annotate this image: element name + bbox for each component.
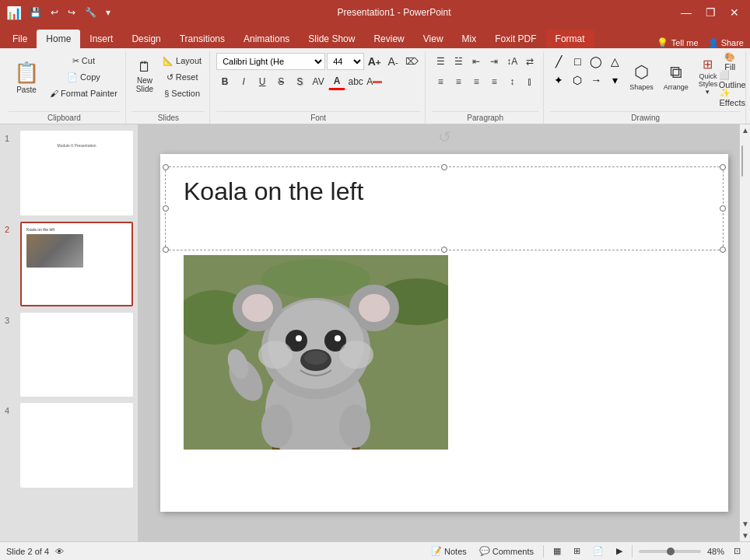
indent-increase-button[interactable]: ⇥ [485,53,503,70]
restore-button[interactable]: ❐ [701,5,720,20]
shapes-button[interactable]: ⬡ Shapes [626,53,657,100]
numbering-button[interactable]: ☱ [450,53,467,70]
handle-ml[interactable] [163,205,169,212]
tab-view[interactable]: View [414,30,453,48]
font-size-select[interactable]: 44 [327,53,364,70]
strikethrough-button[interactable]: S [272,73,289,90]
tab-file[interactable]: File [3,30,37,48]
view-reading-button[interactable]: 📄 [590,545,607,557]
save-button[interactable]: 💾 [28,7,43,18]
koala-image[interactable] [184,255,448,450]
tab-mix[interactable]: Mix [453,30,486,48]
slide-item-4[interactable]: 4 [5,403,133,488]
handle-tm[interactable] [441,164,447,170]
shape-5[interactable]: ✦ [550,72,567,89]
tab-animations[interactable]: Animations [234,30,299,48]
handle-mr[interactable] [720,205,726,212]
tab-design[interactable]: Design [122,30,170,48]
section-button[interactable]: § Section [159,86,205,101]
text-color-button[interactable]: A [366,73,383,90]
clear-format-button[interactable]: ⌦ [403,53,420,70]
view-normal-button[interactable]: ▦ [550,545,564,557]
direction-button[interactable]: ↕A [503,53,520,70]
layout-button[interactable]: 📐 Layout [159,53,205,68]
bullets-button[interactable]: ☰ [432,53,449,70]
shape-3[interactable]: ◯ [587,53,605,70]
shape-7[interactable]: → [587,72,605,89]
fit-button[interactable]: ⊡ [731,545,744,557]
handle-tr[interactable] [720,164,726,170]
new-slide-button[interactable]: 🗒 NewSlide [132,53,157,100]
handle-tl[interactable] [163,164,169,170]
dropdown-button[interactable]: ▾ [104,7,112,18]
increase-size-button[interactable]: A+ [366,53,383,70]
shape-effects-button[interactable]: ✨ Effects [724,89,741,106]
shadow-button[interactable]: S [291,73,308,90]
shape-6[interactable]: ⬡ [569,72,586,89]
char-spacing-button[interactable]: AV [310,73,327,90]
zoom-slider[interactable] [639,550,701,553]
shape-outline-button[interactable]: ⬜ Outline [724,71,741,88]
comments-button[interactable]: 💬 Comments [476,545,537,557]
shape-fill-button[interactable]: 🎨 Fill [724,53,741,70]
format-painter-button[interactable]: 🖌 Format Painter [47,86,121,101]
tab-slideshow[interactable]: Slide Show [299,30,364,48]
notes-button[interactable]: 📝 Notes [428,545,470,557]
shape-4[interactable]: △ [606,53,623,70]
arrange-button[interactable]: ⧉ Arrange [660,53,692,100]
bold-button[interactable]: B [216,73,233,90]
minimize-button[interactable]: — [676,5,696,20]
italic-button[interactable]: I [235,73,252,90]
scroll-thumb[interactable] [741,145,743,177]
shape-more[interactable]: ▾ [606,72,623,89]
scroll-down-2[interactable]: ▼ [740,530,750,541]
slide-item-3[interactable]: 3 [5,313,133,397]
underline-button[interactable]: U [254,73,271,90]
tell-me-button[interactable]: Tell me [671,38,699,47]
share-button[interactable]: 👤 Share [708,38,744,48]
shape-2[interactable]: □ [569,53,586,70]
tab-review[interactable]: Review [364,30,413,48]
slide-thumb-4[interactable] [20,403,133,488]
scroll-down-1[interactable]: ▼ [740,518,750,530]
quick-styles-button[interactable]: ⊞ QuickStyles ▾ [695,53,722,100]
paste-button[interactable]: 📋 Paste [8,53,45,101]
zoom-thumb[interactable] [667,548,675,555]
line-spacing-button[interactable]: ↕ [503,73,520,90]
redo-button[interactable]: ↪ [66,7,77,18]
scroll-up[interactable]: ▲ [740,124,750,136]
text-highlight-button[interactable]: abc [347,73,364,90]
view-slide-sorter-button[interactable]: ⊞ [570,545,584,557]
decrease-size-button[interactable]: A- [384,53,401,70]
tab-format[interactable]: Format [546,30,594,48]
tab-transitions[interactable]: Transitions [170,30,234,48]
handle-bm[interactable] [441,247,447,253]
vertical-scrollbar[interactable]: ▲ ▼ ▼ [739,124,750,541]
close-button[interactable]: ✕ [725,5,744,20]
slide-show-button[interactable]: ▶ [613,545,626,557]
customize-button[interactable]: 🔧 [83,7,98,18]
font-color-button[interactable]: A [328,73,345,90]
slide-title[interactable]: Koala on the left [184,177,363,206]
slide-thumb-2[interactable]: Koala on the left [20,222,133,306]
reset-button[interactable]: ↺ Reset [159,69,205,85]
slide-thumb-3[interactable] [20,313,133,397]
shape-1[interactable]: ╱ [550,53,567,70]
tab-insert[interactable]: Insert [80,30,122,48]
tab-home[interactable]: Home [37,30,80,48]
slide-canvas[interactable]: Koala on the left [160,154,728,512]
tab-foxit[interactable]: Foxit PDF [485,30,545,48]
canvas-area[interactable]: ↺ Koala on the left [138,124,750,541]
font-family-select[interactable]: Calibri Light (He [216,53,325,70]
copy-button[interactable]: 📄 Copy [47,69,121,85]
justify-button[interactable]: ≡ [485,73,503,90]
undo-button[interactable]: ↩ [49,7,60,18]
handle-br[interactable] [720,247,726,253]
align-center-button[interactable]: ≡ [450,73,467,90]
slide-thumb-1[interactable]: Module 6 Presentation [20,131,133,215]
align-left-button[interactable]: ≡ [432,73,449,90]
indent-decrease-button[interactable]: ⇤ [468,53,485,70]
columns-button[interactable]: ⫿ [521,73,538,90]
convert-button[interactable]: ⇄ [521,53,538,70]
align-right-button[interactable]: ≡ [468,73,485,90]
